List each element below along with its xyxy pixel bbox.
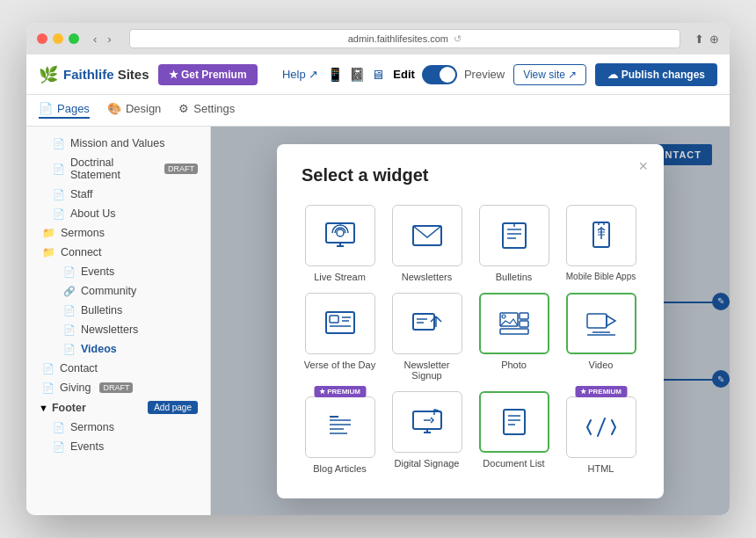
page-icon: 📄 xyxy=(63,305,76,316)
fullscreen-traffic-light[interactable] xyxy=(69,33,79,44)
add-page-button[interactable]: Add page xyxy=(148,401,198,414)
newsletters-svg xyxy=(410,218,445,253)
back-button[interactable]: ‹ xyxy=(90,31,100,47)
blog-articles-svg xyxy=(323,410,358,445)
sidebar-label: Staff xyxy=(70,188,92,200)
edit-preview-toggle: Edit Preview xyxy=(393,65,505,84)
edit-toggle[interactable] xyxy=(422,65,457,84)
page-icon: 📄 xyxy=(53,138,65,149)
sidebar-label: Newsletters xyxy=(81,324,138,336)
photo-icon-box xyxy=(479,293,549,354)
sidebar-footer-sermons[interactable]: 📄 Sermons xyxy=(26,418,210,437)
widget-newsletter-signup[interactable]: Newsletter Signup xyxy=(389,293,465,381)
tab-design[interactable]: 🎨 Design xyxy=(107,102,161,119)
svg-rect-24 xyxy=(520,313,528,319)
document-list-icon-box xyxy=(479,391,549,453)
widget-newsletters[interactable]: Newsletters xyxy=(389,205,465,282)
verse-of-the-day-icon-box xyxy=(305,293,375,354)
main-area: 📄 Mission and Values 📄 Doctrinal Stateme… xyxy=(26,127,730,515)
widget-verse-of-the-day[interactable]: Verse of the Day xyxy=(302,293,378,381)
sidebar-item-staff[interactable]: 📄 Staff xyxy=(26,185,210,204)
sidebar-item-doctrinal-statement[interactable]: 📄 Doctrinal Statement DRAFT xyxy=(26,153,210,185)
photo-label: Photo xyxy=(501,360,527,370)
share-icon[interactable]: ⬆ xyxy=(694,33,704,46)
newsletter-signup-svg xyxy=(410,306,445,341)
bulletins-svg xyxy=(497,218,532,253)
sidebar-item-about-us[interactable]: 📄 About Us xyxy=(26,204,210,223)
tab-pages[interactable]: 📄 Pages xyxy=(39,102,90,119)
forward-button[interactable]: › xyxy=(104,31,114,47)
newsletters-label: Newsletters xyxy=(402,272,452,282)
newsletter-signup-icon-box xyxy=(392,293,462,354)
widget-photo[interactable]: Photo xyxy=(476,293,552,381)
sidebar-label: Events xyxy=(70,440,104,453)
widget-blog-articles[interactable]: ★ PREMIUM Blog Articles xyxy=(302,391,378,474)
folder-icon: 📁 xyxy=(42,246,55,258)
desktop-icon[interactable]: 🖥 xyxy=(371,67,384,83)
modal-title: Select a widget xyxy=(302,165,639,185)
page-icon: 📄 xyxy=(63,266,76,278)
digital-signage-label: Digital Signage xyxy=(395,458,460,469)
widget-digital-signage[interactable]: Digital Signage xyxy=(389,391,465,474)
sidebar-item-sermons[interactable]: 📁 Sermons xyxy=(26,223,210,243)
get-premium-button[interactable]: ★ Get Premium xyxy=(158,64,258,85)
widget-html[interactable]: ★ PREMIUM HTML xyxy=(563,391,639,474)
sidebar-label: Doctrinal Statement xyxy=(70,156,156,181)
minimize-traffic-light[interactable] xyxy=(53,33,63,44)
blog-articles-premium-badge: ★ PREMIUM xyxy=(314,386,366,397)
sidebar-item-videos[interactable]: 📄 Videos xyxy=(26,339,210,359)
verse-of-the-day-svg xyxy=(323,306,358,341)
sidebar-item-connect[interactable]: 📁 Connect xyxy=(26,243,210,262)
secondary-nav: 📄 Pages 🎨 Design ⚙ Settings xyxy=(26,95,730,127)
sidebar-item-events[interactable]: 📄 Events xyxy=(26,262,210,281)
folder-icon: 📁 xyxy=(42,227,55,239)
sidebar-label: Sermons xyxy=(61,227,105,239)
widget-bulletins[interactable]: Bulletins xyxy=(476,205,552,282)
video-icon-box xyxy=(566,293,636,354)
publish-changes-button[interactable]: ☁ Publish changes xyxy=(595,63,717,86)
view-site-button[interactable]: View site ↗ xyxy=(513,64,586,85)
digital-signage-icon-box xyxy=(392,391,462,453)
brand-name: Faithlife Sites xyxy=(63,67,149,82)
widget-mobile-bible-apps[interactable]: Mobile Bible Apps xyxy=(563,205,639,282)
page-icon: 📄 xyxy=(63,324,76,336)
modal-close-button[interactable]: × xyxy=(638,158,648,174)
help-link[interactable]: Help ↗ xyxy=(282,68,318,81)
app-toolbar: 🌿 Faithlife Sites ★ Get Premium Help ↗ 📱… xyxy=(26,55,730,95)
mobile-icon[interactable]: 📱 xyxy=(327,67,344,83)
pages-tab-label: Pages xyxy=(57,102,90,115)
widget-document-list[interactable]: Document List xyxy=(476,391,552,474)
page-icon: 📄 xyxy=(42,363,55,374)
chevron-down-icon: ▼ xyxy=(39,403,48,413)
html-premium-badge: ★ PREMIUM xyxy=(575,386,627,397)
address-bar[interactable]: admin.faithlifesites.com ↺ xyxy=(129,29,680,48)
sidebar-item-mission-and-values[interactable]: 📄 Mission and Values xyxy=(26,134,210,153)
page-icon: 📄 xyxy=(63,344,76,355)
sidebar-item-contact[interactable]: 📄 Contact xyxy=(26,359,210,378)
footer-section-header[interactable]: ▼ Footer Add page xyxy=(26,397,210,418)
sidebar-footer-events[interactable]: 📄 Events xyxy=(26,437,210,456)
close-traffic-light[interactable] xyxy=(37,33,47,44)
page-icon: 🔗 xyxy=(63,286,76,297)
traffic-lights xyxy=(37,33,79,44)
widget-live-stream[interactable]: Live Stream xyxy=(302,205,378,282)
sidebar-item-bulletins[interactable]: 📄 Bulletins xyxy=(26,301,210,320)
mobile-bible-apps-svg xyxy=(584,218,619,253)
page-icon: 📄 xyxy=(42,382,55,394)
tablet-icon[interactable]: 📓 xyxy=(349,67,366,83)
new-tab-icon[interactable]: ⊕ xyxy=(709,33,719,46)
refresh-icon[interactable]: ↺ xyxy=(454,33,462,45)
sidebar-label: Sermons xyxy=(70,421,114,433)
svg-rect-16 xyxy=(330,316,338,323)
svg-rect-28 xyxy=(587,314,607,328)
photo-svg xyxy=(497,306,532,341)
sidebar-item-newsletters[interactable]: 📄 Newsletters xyxy=(26,320,210,339)
sidebar-item-giving[interactable]: 📄 Giving DRAFT xyxy=(26,378,210,397)
faithlife-leaf-icon: 🌿 xyxy=(39,65,58,84)
widget-video[interactable]: Video xyxy=(563,293,639,381)
draft-badge: DRAFT xyxy=(99,382,133,393)
tab-settings[interactable]: ⚙ Settings xyxy=(178,102,235,119)
sidebar-item-community[interactable]: 🔗 Community xyxy=(26,281,210,301)
bulletins-label: Bulletins xyxy=(496,272,533,282)
video-svg xyxy=(584,306,619,341)
